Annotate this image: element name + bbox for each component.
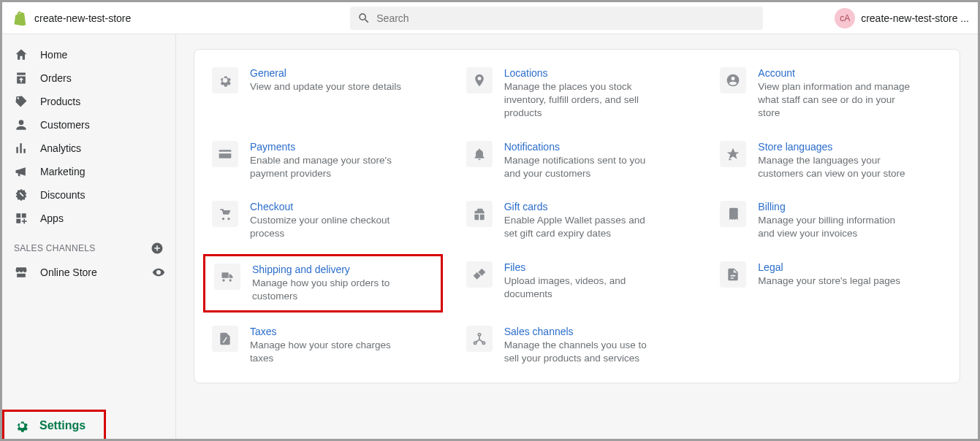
discounts-icon [14,188,29,202]
sales-channels-icon [466,326,493,352]
sidebar-item-orders[interactable]: Orders [2,66,175,90]
setting-title[interactable]: Legal [758,261,900,273]
setting-text: AccountView plan information and manage … [758,67,911,120]
setting-general[interactable]: GeneralView and update your store detail… [203,67,443,120]
setting-billing[interactable]: BillingManage your billing information a… [711,201,951,240]
setting-title[interactable]: Taxes [250,326,403,337]
nav: Home Orders Products Customers Analytics… [2,34,175,284]
setting-files[interactable]: FilesUpload images, videos, and document… [457,261,697,305]
setting-title[interactable]: General [250,67,401,79]
setting-store-languages[interactable]: Store languagesManage the languages your… [711,141,951,180]
setting-text: Gift cardsEnable Apple Wallet passes and… [504,201,658,240]
setting-gift-cards[interactable]: Gift cardsEnable Apple Wallet passes and… [457,201,697,240]
nav-label: Orders [40,72,72,84]
search-input[interactable] [376,12,756,24]
setting-shipping[interactable]: Shipping and deliveryManage how you ship… [203,254,443,312]
payments-icon [212,141,238,167]
setting-text: Shipping and deliveryManage how you ship… [252,264,406,303]
setting-desc: Manage your billing information and view… [758,214,911,240]
channel-row: Online Store [2,261,175,284]
sidebar-item-online-store[interactable]: Online Store [2,261,109,284]
setting-checkout[interactable]: CheckoutCustomize your online checkout p… [203,201,443,240]
topbar-user[interactable]: cA create-new-test-store ... [835,8,969,28]
setting-desc: Manage the places you stock inventory, f… [504,80,658,120]
setting-title[interactable]: Account [758,67,911,79]
setting-text: GeneralView and update your store detail… [250,67,401,120]
user-label: create-new-test-store ... [861,12,969,24]
setting-desc: Manage notifications sent to you and you… [504,154,658,180]
setting-notifications[interactable]: NotificationsManage notifications sent t… [457,141,697,180]
setting-desc: Upload images, videos, and documents [504,275,658,301]
setting-title[interactable]: Notifications [504,141,658,153]
main: GeneralView and update your store detail… [176,34,978,439]
nav-label: Products [40,96,80,107]
section-title-text: SALES CHANNELS [14,243,96,253]
sidebar-item-marketing[interactable]: Marketing [2,160,175,183]
setting-text: Sales channelsManage the channels you us… [504,326,658,365]
analytics-icon [14,141,29,156]
nav-label: Analytics [40,142,81,154]
setting-text: LegalManage your store's legal pages [758,261,900,305]
setting-taxes[interactable]: TaxesManage how your store charges taxes [203,326,443,365]
avatar: cA [835,8,855,28]
setting-title[interactable]: Payments [250,141,403,153]
setting-desc: Manage your store's legal pages [758,275,900,288]
apps-icon [14,211,29,226]
store-languages-icon [720,141,746,167]
nav-label: Home [40,49,67,61]
settings-grid: GeneralView and update your store detail… [203,67,951,365]
notifications-icon [466,141,493,167]
account-icon [720,67,746,93]
setting-desc: View and update your store details [250,80,401,93]
search-field[interactable] [350,7,763,30]
shopify-logo-icon [11,9,29,27]
sidebar-item-discounts[interactable]: Discounts [2,183,175,207]
setting-desc: Manage the channels you use to sell your… [504,339,658,365]
nav-label: Discounts [40,189,85,201]
setting-payments[interactable]: PaymentsEnable and manage your store's p… [203,141,443,180]
locations-icon [466,67,493,93]
setting-title[interactable]: Store languages [758,141,911,153]
orders-icon [14,71,29,85]
sidebar-item-products[interactable]: Products [2,90,175,113]
setting-desc: Manage how your store charges taxes [250,339,403,365]
setting-desc: Customize your online checkout process [250,214,403,240]
marketing-icon [14,164,29,179]
setting-text: TaxesManage how your store charges taxes [250,326,403,365]
setting-title[interactable]: Checkout [250,201,403,212]
nav-label: Marketing [40,166,85,177]
settings-label: Settings [39,419,86,432]
sidebar-item-analytics[interactable]: Analytics [2,137,175,160]
setting-title[interactable]: Billing [758,201,911,212]
sidebar-item-settings[interactable]: Settings [2,410,106,439]
setting-text: NotificationsManage notifications sent t… [504,141,658,180]
legal-icon [720,261,746,288]
sidebar: Home Orders Products Customers Analytics… [2,34,176,439]
general-icon [212,67,238,93]
setting-sales-channels[interactable]: Sales channelsManage the channels you us… [457,326,697,365]
setting-title[interactable]: Shipping and delivery [252,264,406,275]
setting-text: BillingManage your billing information a… [758,201,911,240]
view-store-icon[interactable] [152,266,165,279]
sidebar-item-apps[interactable]: Apps [2,207,175,230]
sidebar-item-customers[interactable]: Customers [2,113,175,137]
sidebar-item-home[interactable]: Home [2,43,175,66]
store-icon [14,265,29,280]
customers-icon [14,118,29,132]
nav-label: Customers [40,119,90,131]
gift-cards-icon [466,201,493,227]
setting-title[interactable]: Gift cards [504,201,658,212]
setting-desc: Manage the languages your customers can … [758,154,911,180]
setting-account[interactable]: AccountView plan information and manage … [711,67,951,120]
setting-title[interactable]: Locations [504,67,658,79]
setting-legal[interactable]: LegalManage your store's legal pages [711,261,951,305]
setting-title[interactable]: Sales channels [504,326,658,337]
settings-card: GeneralView and update your store detail… [194,49,960,383]
setting-text: PaymentsEnable and manage your store's p… [250,141,403,180]
add-channel-icon[interactable] [151,242,164,255]
setting-locations[interactable]: LocationsManage the places you stock inv… [457,67,697,120]
taxes-icon [212,326,238,352]
setting-title[interactable]: Files [504,261,658,273]
setting-text: LocationsManage the places you stock inv… [504,67,658,120]
setting-desc: Manage how you ship orders to customers [252,277,406,303]
